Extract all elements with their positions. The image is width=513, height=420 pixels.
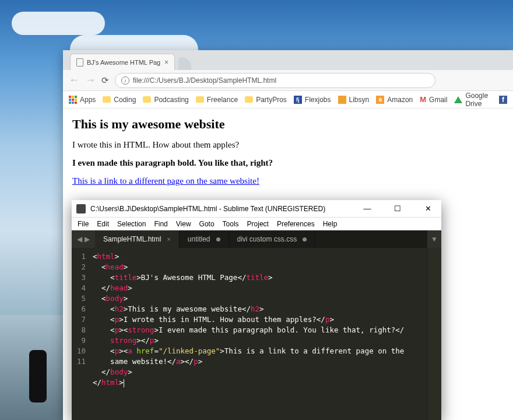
menu-find[interactable]: Find	[154, 220, 167, 228]
page-content: This is my awesome website I wrote this …	[63, 108, 513, 202]
menu-edit[interactable]: Edit	[97, 220, 109, 228]
menu-selection[interactable]: Selection	[117, 220, 146, 228]
menu-project[interactable]: Project	[247, 220, 269, 228]
bookmark-libsyn[interactable]: Libsyn	[338, 96, 370, 104]
page-heading: This is my awesome website	[72, 117, 504, 132]
bookmark-flexjobs[interactable]: fjFlexjobs	[294, 96, 331, 104]
minimap[interactable]	[428, 248, 441, 420]
close-icon[interactable]: ×	[167, 236, 170, 243]
dirty-icon	[216, 237, 220, 242]
bookmark-gmail[interactable]: MGmail	[420, 95, 447, 104]
back-button[interactable]: ←	[69, 74, 79, 86]
menu-tools[interactable]: Tools	[223, 220, 239, 228]
bookmark-coding[interactable]: Coding	[103, 96, 136, 104]
chrome-tab-title: BJ's Awesome HTML Pag	[87, 59, 160, 66]
gmail-icon: M	[420, 95, 426, 104]
editor-area[interactable]: 1234567891011 <html> <head> <title>BJ's …	[72, 248, 441, 420]
folder-icon	[196, 96, 204, 103]
amazon-icon: a	[376, 96, 384, 104]
chrome-toolbar: ← → ⟳ i file:///C:/Users/B.J/Desktop/Sam…	[63, 70, 513, 91]
bookmarks-bar: Apps Coding Podcasting Freelance PartyPr…	[63, 91, 513, 108]
sublime-menubar: File Edit Selection Find View Goto Tools…	[72, 218, 441, 230]
close-icon[interactable]: ×	[164, 58, 168, 66]
folder-icon	[143, 96, 151, 103]
sublime-icon	[76, 204, 86, 214]
menu-view[interactable]: View	[176, 220, 191, 228]
bookmark-podcasting[interactable]: Podcasting	[143, 96, 188, 104]
flexjobs-icon: fj	[294, 96, 302, 104]
url-text: file:///C:/Users/B.J/Desktop/SampleHTML.…	[133, 76, 276, 85]
page-link[interactable]: This is a link to a different page on th…	[72, 176, 259, 186]
apps-button[interactable]: Apps	[69, 96, 96, 104]
menu-help[interactable]: Help	[323, 220, 338, 228]
libsyn-icon	[338, 96, 346, 104]
chrome-tab[interactable]: BJ's Awesome HTML Pag ×	[70, 54, 175, 70]
bookmark-partypros[interactable]: PartyPros	[245, 96, 287, 104]
dirty-icon	[303, 237, 307, 242]
forward-button[interactable]: →	[85, 74, 96, 86]
minimize-button[interactable]: —	[359, 204, 376, 213]
editor-tab-samplehtml[interactable]: SampleHTML.html×	[95, 230, 180, 248]
sublime-window: C:\Users\B.J\Desktop\SampleHTML.html - S…	[72, 200, 441, 420]
bookmark-amazon[interactable]: aAmazon	[376, 96, 413, 104]
code-content[interactable]: <html> <head> <title>BJ's Awesome HTML P…	[90, 248, 441, 420]
reload-button[interactable]: ⟳	[101, 75, 109, 86]
sublime-titlebar[interactable]: C:\Users\B.J\Desktop\SampleHTML.html - S…	[72, 200, 441, 218]
editor-tab-untitled[interactable]: untitled	[180, 230, 229, 248]
google-drive-icon	[454, 96, 462, 103]
bookmark-facebook[interactable]: f	[499, 96, 507, 104]
tab-dropdown-button[interactable]: ▼	[427, 230, 441, 248]
close-button[interactable]: ✕	[419, 204, 437, 213]
new-tab-button[interactable]	[178, 57, 191, 70]
line-gutter: 1234567891011	[72, 248, 90, 420]
bookmark-freelance[interactable]: Freelance	[196, 96, 238, 104]
bookmark-google-drive[interactable]: Google Drive	[454, 92, 492, 108]
chrome-tabstrip: BJ's Awesome HTML Pag ×	[63, 50, 513, 70]
address-bar[interactable]: i file:///C:/Users/B.J/Desktop/SampleHTM…	[115, 73, 435, 88]
editor-tab-divi-css[interactable]: divi custom css.css	[229, 230, 316, 248]
sublime-tabbar: ◀ ▶ SampleHTML.html× untitled divi custo…	[72, 230, 441, 248]
page-icon	[76, 58, 83, 66]
page-link-paragraph: This is a link to a different page on th…	[72, 176, 504, 186]
menu-file[interactable]: File	[78, 220, 89, 228]
menu-goto[interactable]: Goto	[199, 220, 215, 228]
tab-nav-buttons[interactable]: ◀ ▶	[72, 230, 95, 248]
info-icon[interactable]: i	[121, 76, 129, 85]
sublime-title: C:\Users\B.J\Desktop\SampleHTML.html - S…	[90, 205, 325, 213]
menu-preferences[interactable]: Preferences	[277, 220, 315, 228]
maximize-button[interactable]: ☐	[389, 204, 406, 213]
page-paragraph-1: I wrote this in HTML. How about them app…	[72, 140, 504, 150]
text-cursor	[124, 379, 124, 387]
folder-icon	[245, 96, 253, 103]
facebook-icon: f	[499, 96, 507, 104]
folder-icon	[103, 96, 111, 103]
page-paragraph-2-bold: I even made this paragraph bold. You lik…	[72, 158, 504, 168]
apps-icon	[69, 96, 77, 104]
